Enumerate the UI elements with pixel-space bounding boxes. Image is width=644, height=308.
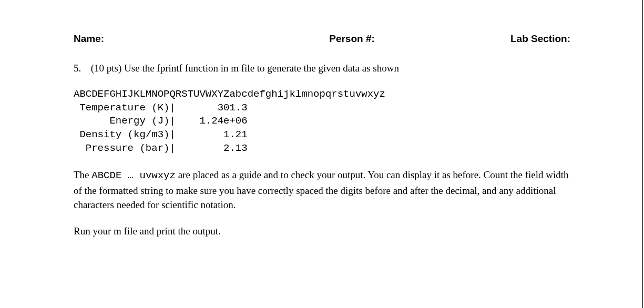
form-header: Name: Person #: Lab Section: [74, 32, 570, 46]
closing-instruction: Run your m file and print the output. [74, 224, 570, 239]
lab-label: Lab Section: [510, 32, 570, 46]
question-points: (10 pts) [91, 63, 122, 74]
question-number: 5. [74, 61, 88, 76]
person-label: Person #: [329, 32, 375, 46]
density-row: Density (kg/m3)| 1.21 [74, 129, 248, 140]
para-code-span: ABCDE … uvwxyz [91, 170, 176, 181]
temperature-row: Temperature (K)| 301.3 [74, 102, 248, 114]
guide-row: ABCDEFGHIJKLMNOPQRSTUVWXYZabcdefghijklmn… [74, 88, 385, 100]
question-text: Use the fprintf function in m file to ge… [124, 63, 399, 74]
code-output-block: ABCDEFGHIJKLMNOPQRSTUVWXYZabcdefghijklmn… [74, 88, 570, 155]
para-text-a: The [74, 169, 91, 180]
name-label: Name: [74, 32, 104, 46]
energy-row: Energy (J)| 1.24e+06 [74, 115, 248, 127]
explanation-paragraph: The ABCDE … uvwxyz are placed as a guide… [74, 168, 570, 212]
pressure-row: Pressure (bar)| 2.13 [74, 142, 248, 154]
question-prompt: 5. (10 pts) Use the fprintf function in … [74, 61, 570, 76]
